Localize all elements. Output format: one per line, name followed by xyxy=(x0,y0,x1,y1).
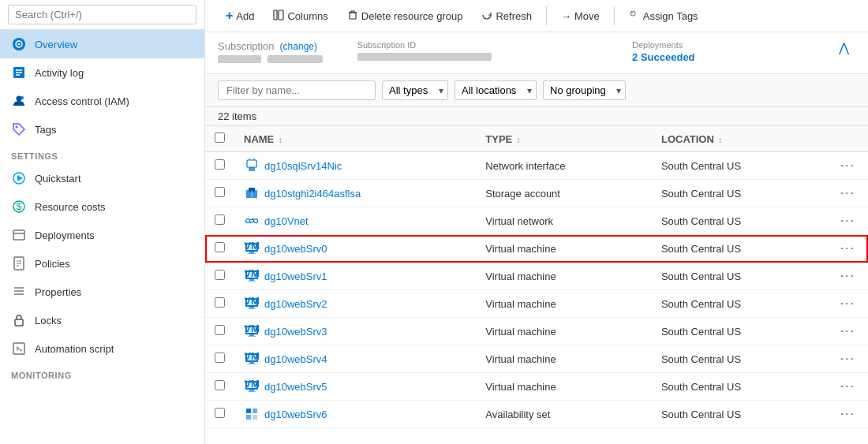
svg-text:VM: VM xyxy=(245,352,259,362)
more-button-row-7[interactable]: ··· xyxy=(837,324,859,338)
resource-name-row-8[interactable]: dg10webSrv4 xyxy=(264,353,327,365)
more-button-row-8[interactable]: ··· xyxy=(837,352,859,366)
resource-name-row-6[interactable]: dg10webSrv2 xyxy=(264,298,327,310)
name-cell-row-5: VM dg10webSrv1 xyxy=(234,263,476,290)
resource-name-row-7[interactable]: dg10webSrv3 xyxy=(264,326,327,338)
type-cell-row-1: Network interface xyxy=(476,152,652,180)
grouping-filter-wrap: No grouping xyxy=(543,80,626,100)
location-cell-row-3: South Central US xyxy=(652,207,828,235)
resource-name-row-1[interactable]: dg10sqlSrv14Nic xyxy=(264,160,342,172)
filter-input[interactable] xyxy=(218,80,376,100)
row-checkbox[interactable] xyxy=(215,408,225,418)
columns-label: Columns xyxy=(287,10,327,22)
row-checkbox[interactable] xyxy=(215,325,225,335)
location-cell-row-9: South Central US xyxy=(652,373,828,401)
name-link-row-2[interactable]: dg10stghi2i464asflsa xyxy=(244,185,466,201)
type-cell-row-8: Virtual machine xyxy=(476,345,652,373)
name-link-row-3[interactable]: dg10Vnet xyxy=(244,213,466,229)
name-link-row-6[interactable]: VM dg10webSrv2 xyxy=(244,296,466,312)
more-button-row-1[interactable]: ··· xyxy=(837,159,859,173)
name-link-row-7[interactable]: VM dg10webSrv3 xyxy=(244,323,466,339)
type-column-header[interactable]: TYPE ↕ xyxy=(476,126,652,152)
sidebar-item-overview[interactable]: Overview xyxy=(0,30,204,58)
name-link-row-9[interactable]: VM dg10webSrv5 xyxy=(244,379,466,394)
columns-button[interactable]: Columns xyxy=(265,6,335,27)
collapse-button[interactable]: ⋀ xyxy=(832,40,855,65)
grouping-filter[interactable]: No grouping xyxy=(543,80,626,100)
svg-rect-71 xyxy=(253,409,257,413)
vnet-icon xyxy=(244,213,260,229)
row-checkbox[interactable] xyxy=(215,270,225,280)
deployments-value[interactable]: 2 Succeeded xyxy=(632,51,695,63)
select-all-cell xyxy=(205,126,234,152)
move-button[interactable]: → Move xyxy=(553,6,608,26)
log-icon xyxy=(11,65,27,80)
table-row: dg10stghi2i464asflsa Storage account Sou… xyxy=(205,180,868,207)
row-checkbox[interactable] xyxy=(215,297,225,308)
sidebar-item-automation-script[interactable]: Automation script xyxy=(0,334,204,363)
sidebar-item-properties[interactable]: Properties xyxy=(0,278,204,306)
row-checkbox[interactable] xyxy=(215,242,225,252)
resource-name-row-5[interactable]: dg10webSrv1 xyxy=(264,271,327,282)
location-column-header[interactable]: LOCATION ↕ xyxy=(652,126,828,152)
more-button-row-9[interactable]: ··· xyxy=(837,379,859,394)
more-button-row-6[interactable]: ··· xyxy=(837,297,859,311)
type-cell-row-3: Virtual network xyxy=(476,207,652,235)
name-link-row-10[interactable]: dg10webSrv6 xyxy=(244,406,466,422)
row-checkbox[interactable] xyxy=(215,353,225,363)
refresh-button[interactable]: Refresh xyxy=(473,6,540,27)
location-cell-row-10: South Central US xyxy=(652,401,828,428)
sidebar-item-activity-log[interactable]: Activity log xyxy=(0,58,204,87)
add-button[interactable]: + Add xyxy=(218,5,262,27)
sidebar-item-resource-costs[interactable]: $ Resource costs xyxy=(0,192,204,221)
more-button-row-2[interactable]: ··· xyxy=(837,186,859,200)
sidebar-item-quickstart[interactable]: Quickstart xyxy=(0,164,204,192)
resource-name-row-3[interactable]: dg10Vnet xyxy=(264,215,309,227)
select-all-checkbox[interactable] xyxy=(215,132,225,143)
table-row: dg10Vnet Virtual network South Central U… xyxy=(205,207,868,235)
sidebar-item-resource-costs-label: Resource costs xyxy=(35,201,106,213)
row-checkbox[interactable] xyxy=(215,380,225,390)
resource-name-row-4[interactable]: dg10webSrv0 xyxy=(264,243,327,255)
more-button-row-4[interactable]: ··· xyxy=(837,241,859,256)
name-link-row-1[interactable]: dg10sqlSrv14Nic xyxy=(244,158,466,173)
sidebar-item-locks[interactable]: Locks xyxy=(0,306,204,334)
assign-tags-button[interactable]: Assign Tags xyxy=(621,6,706,27)
sidebar-item-iam[interactable]: Access control (IAM) xyxy=(0,87,204,115)
row-checkbox[interactable] xyxy=(215,215,225,225)
sidebar-item-tags[interactable]: Tags xyxy=(0,115,204,144)
row-checkbox[interactable] xyxy=(215,159,225,170)
resource-name-row-9[interactable]: dg10webSrv5 xyxy=(264,381,327,393)
svg-rect-73 xyxy=(253,415,257,420)
delete-label: Delete resource group xyxy=(361,10,463,22)
actions-cell-row-8: ··· xyxy=(828,345,868,373)
name-cell-row-1: dg10sqlSrv14Nic xyxy=(234,152,476,180)
row-checkbox-cell xyxy=(205,207,234,235)
search-input[interactable] xyxy=(8,5,196,24)
more-button-row-5[interactable]: ··· xyxy=(837,269,859,283)
delete-button[interactable]: Delete resource group xyxy=(339,6,471,27)
resource-name-row-10[interactable]: dg10webSrv6 xyxy=(264,409,327,420)
resource-name-row-2[interactable]: dg10stghi2i464asflsa xyxy=(264,188,361,200)
svg-rect-47 xyxy=(249,279,254,281)
svg-rect-58 xyxy=(248,336,256,337)
search-box[interactable] xyxy=(0,0,204,30)
add-icon: + xyxy=(226,9,233,23)
more-button-row-3[interactable]: ··· xyxy=(837,214,859,228)
name-link-row-5[interactable]: VM dg10webSrv1 xyxy=(244,268,466,284)
sidebar-item-policies-label: Policies xyxy=(35,258,70,270)
refresh-icon xyxy=(481,9,492,23)
name-link-row-4[interactable]: VM dg10webSrv0 xyxy=(244,241,466,256)
sidebar-item-tags-label: Tags xyxy=(35,124,56,136)
sidebar-item-policies[interactable]: Policies xyxy=(0,249,204,278)
more-button-row-10[interactable]: ··· xyxy=(837,407,859,421)
row-checkbox-cell xyxy=(205,263,234,290)
type-filter[interactable]: All types xyxy=(382,80,448,100)
name-column-header[interactable]: NAME ↕ xyxy=(234,126,476,152)
sidebar-item-deployments[interactable]: Deployments xyxy=(0,221,204,249)
change-link[interactable]: (change) xyxy=(280,41,317,52)
assign-tags-label: Assign Tags xyxy=(643,10,698,22)
location-filter[interactable]: All locations xyxy=(455,80,537,100)
row-checkbox[interactable] xyxy=(215,187,225,197)
name-link-row-8[interactable]: VM dg10webSrv4 xyxy=(244,351,466,367)
